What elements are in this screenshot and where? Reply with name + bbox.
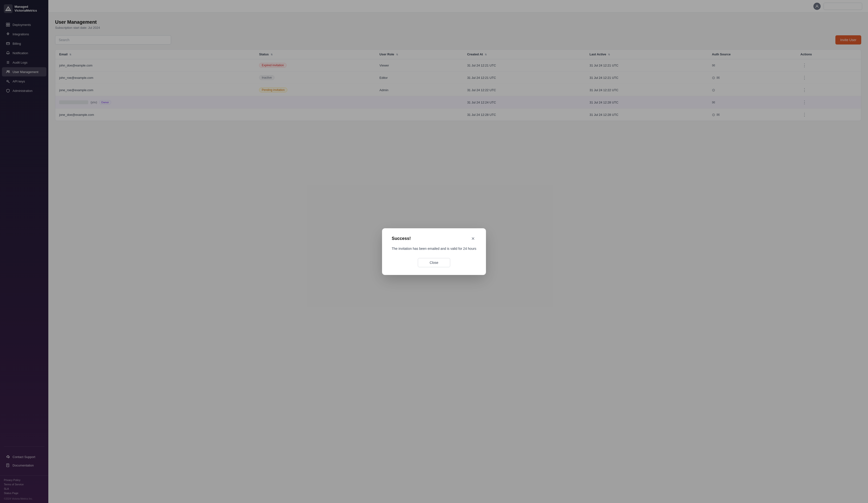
modal-body: The invitation has been emailed and is v… <box>392 246 476 251</box>
modal-close-button[interactable]: ✕ <box>470 236 476 241</box>
modal-title: Success! <box>392 236 411 241</box>
modal-footer: Close <box>392 258 476 267</box>
modal-overlay[interactable]: Success! ✕ The invitation has been email… <box>0 0 868 503</box>
modal-close-action-button[interactable]: Close <box>418 258 450 267</box>
success-modal: Success! ✕ The invitation has been email… <box>382 228 486 275</box>
modal-header: Success! ✕ <box>392 236 476 241</box>
